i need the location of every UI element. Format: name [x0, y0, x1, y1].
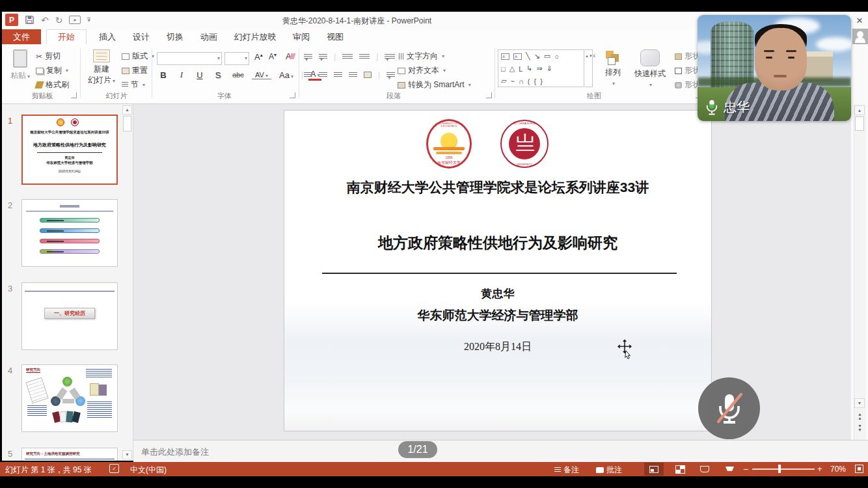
align-text-button[interactable]: 对齐文本 — [398, 65, 446, 76]
section-button[interactable]: 节 — [122, 79, 145, 90]
zoom-slider-track[interactable] — [752, 468, 815, 470]
fit-to-window-icon[interactable] — [855, 465, 863, 473]
smartart-button[interactable]: 转换为 SmartArt — [398, 79, 471, 90]
underline-button[interactable]: U — [193, 70, 206, 80]
copy-button[interactable]: 复制 — [36, 65, 68, 76]
clear-formatting-button[interactable]: A — [286, 51, 295, 61]
shapes-scroll[interactable]: ▲▼⊻ — [585, 49, 593, 87]
tab-home[interactable]: 开始 — [46, 29, 87, 44]
format-painter-button[interactable]: 格式刷 — [36, 79, 69, 90]
participant-view-button[interactable] — [852, 29, 868, 44]
right-arrow-shape-icon[interactable]: ⇒ — [536, 64, 542, 73]
font-dialog-launcher[interactable] — [290, 92, 295, 98]
spellcheck-icon[interactable]: ✓ — [109, 464, 119, 473]
normal-view-button[interactable] — [644, 463, 664, 476]
char-spacing-button[interactable]: AV — [252, 71, 271, 79]
brace-left-shape-icon[interactable]: { — [534, 77, 536, 85]
text-direction-button[interactable]: 文字方向 — [398, 51, 444, 62]
clipboard-dialog-launcher[interactable] — [71, 92, 77, 98]
rounded-rect-shape-icon[interactable]: □ — [501, 65, 506, 73]
rectangle-shape-icon[interactable]: ▭ — [544, 52, 550, 61]
language-status[interactable]: 中文(中国) — [130, 465, 167, 476]
decrease-indent-icon[interactable] — [342, 54, 353, 60]
down-arrow-shape-icon[interactable]: ⇓ — [547, 64, 552, 73]
align-left-icon[interactable] — [304, 72, 312, 78]
tab-view[interactable]: 视图 — [319, 29, 351, 44]
comments-toggle[interactable]: 批注 — [596, 465, 622, 476]
tab-slideshow[interactable]: 幻灯片放映 — [227, 29, 283, 44]
italic-button[interactable]: I — [175, 70, 188, 80]
justify-icon[interactable] — [349, 72, 357, 78]
line-shape-icon[interactable]: ╲ — [526, 52, 530, 61]
layout-button[interactable]: 版式 — [122, 51, 154, 62]
brace-right-shape-icon[interactable]: } — [540, 77, 543, 85]
zoom-slider-thumb[interactable] — [778, 465, 781, 473]
align-right-icon[interactable] — [334, 72, 342, 78]
tab-design[interactable]: 设计 — [126, 29, 157, 44]
slide-thumbnail-1[interactable]: 南京财经大学公共管理学院求是论坛系列讲座33讲 地方政府策略性供地行为及影响研究… — [21, 115, 118, 185]
mute-microphone-button[interactable] — [698, 377, 760, 439]
grow-font-button[interactable]: A▴ — [254, 52, 263, 62]
paste-button[interactable]: 粘贴 — [7, 49, 33, 81]
notes-pane[interactable]: 单击此处添加备注 — [133, 440, 868, 462]
tab-file[interactable]: 文件 — [2, 29, 41, 44]
strikethrough-button[interactable]: abc — [230, 71, 247, 79]
new-slide-button[interactable]: 新建 幻灯片 — [85, 49, 118, 86]
font-name-select[interactable] — [157, 52, 222, 65]
arrow-shape-icon[interactable]: ↘ — [534, 52, 540, 61]
font-size-select[interactable] — [224, 52, 249, 65]
cut-button[interactable]: ✂ 剪切 — [36, 51, 61, 62]
vertical-scrollbar[interactable] — [854, 104, 866, 440]
reset-button[interactable]: 重置 — [122, 65, 148, 76]
numbering-icon[interactable] — [319, 54, 327, 60]
slide-thumbnail-4[interactable]: 研究方向 — [21, 364, 118, 432]
change-case-button[interactable]: Aa — [277, 70, 296, 80]
elbow-arrow-shape-icon[interactable]: ↳ — [526, 64, 532, 73]
elbow-shape-icon[interactable]: L — [519, 65, 522, 73]
reading-view-button[interactable] — [695, 463, 714, 476]
bold-button[interactable]: B — [157, 70, 170, 80]
arrange-button[interactable]: 排列 — [599, 51, 627, 83]
paragraph-dialog-launcher[interactable] — [486, 92, 492, 98]
arc-shape-icon[interactable]: ∩ — [519, 77, 524, 85]
quick-styles-button[interactable]: 快速样式 — [632, 49, 668, 85]
text-columns-icon[interactable] — [387, 72, 395, 78]
triangle-shape-icon[interactable]: △ — [509, 64, 515, 73]
vertical-textbox-icon[interactable]: A — [513, 53, 522, 60]
previous-slide-button[interactable]: ▲▲ — [856, 413, 864, 420]
slide-thumbnail-3[interactable]: 一、研究经历 — [21, 282, 118, 350]
bullets-icon[interactable] — [304, 54, 312, 60]
line-spacing-icon[interactable] — [385, 54, 395, 60]
panel-scroll-down[interactable]: ▼ — [122, 450, 132, 459]
notes-placeholder[interactable]: 单击此处添加备注 — [141, 446, 209, 458]
curve-shape-icon[interactable]: ~ — [510, 77, 514, 85]
notes-toggle[interactable]: 备注 — [554, 465, 579, 476]
panel-scroll-thumb[interactable] — [123, 116, 131, 131]
zoom-percentage[interactable]: 70% — [830, 465, 846, 474]
slide-canvas[interactable]: NANJING UNIVERSITY OF FINANCE & ECONOMIC… — [284, 111, 711, 431]
scrollbar-thumb[interactable] — [855, 116, 864, 131]
align-center-icon[interactable] — [319, 72, 327, 78]
scroll-down-button[interactable]: ▼ — [854, 398, 865, 408]
scroll-up-button[interactable]: ▲ — [854, 105, 865, 115]
tab-transitions[interactable]: 切换 — [159, 29, 191, 44]
slide-sorter-view-button[interactable] — [670, 463, 690, 476]
tab-animations[interactable]: 动画 — [193, 29, 224, 44]
bracket-shape-icon[interactable]: ( — [528, 77, 530, 85]
next-slide-button[interactable]: ▼▼ — [856, 424, 864, 432]
tab-review[interactable]: 审阅 — [286, 29, 317, 44]
columns-icon[interactable] — [364, 72, 372, 78]
increase-indent-icon[interactable] — [359, 54, 370, 60]
zoom-in-button[interactable]: + — [817, 464, 822, 474]
tab-insert[interactable]: 插入 — [92, 29, 123, 44]
panel-scroll-up[interactable]: ▲ — [122, 105, 132, 115]
oval-shape-icon[interactable]: ○ — [554, 53, 559, 61]
slide-thumbnail-2[interactable] — [21, 199, 118, 267]
close-icon[interactable]: × — [853, 14, 866, 27]
shapes-gallery[interactable]: A A ╲ ↘ ▭ ○ □ △ L ↳ ⇒ ⇓ ▱ ~ ∩ ( { } — [498, 49, 584, 87]
zoom-out-button[interactable]: − — [743, 464, 748, 474]
webcam-video[interactable]: 忠华 — [698, 15, 851, 121]
shrink-font-button[interactable]: A▾ — [269, 52, 277, 61]
slideshow-view-button[interactable] — [720, 463, 739, 476]
textbox-icon[interactable]: A — [501, 53, 509, 60]
